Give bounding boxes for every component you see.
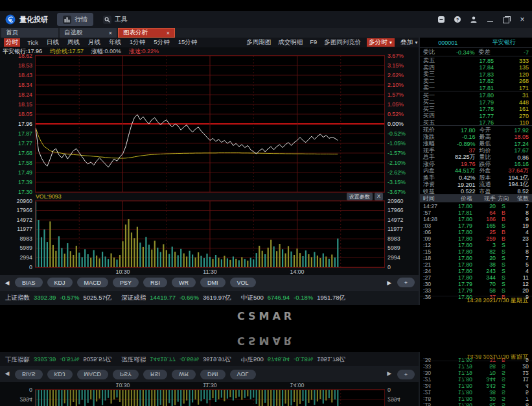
quote-panel: 000001 平安银行 委比 -0.34% 委差 -7 卖五17.85333卖四… xyxy=(419,352,532,406)
indicator-kdj[interactable]: KDJ xyxy=(47,370,73,379)
tape-row: :3017.7970S12 xyxy=(420,281,532,287)
chart-tool-button[interactable]: 多图同列 xyxy=(324,38,349,47)
tape-count: 7 xyxy=(511,396,529,402)
period-button[interactable]: 周线 xyxy=(66,38,81,47)
minimize-button[interactable] xyxy=(485,15,494,24)
ask-row: 卖二17.82268 xyxy=(420,77,532,84)
chart-tool-button[interactable]: 成交明细 xyxy=(278,38,303,47)
close-tab-icon[interactable]: × xyxy=(109,30,112,36)
indicator-dmi[interactable]: DMI xyxy=(200,370,226,379)
indicator-wr[interactable]: WR xyxy=(172,278,196,287)
tape-row: :3317.7958S20 xyxy=(420,287,532,294)
stat-value: 17.67 xyxy=(495,147,529,154)
volume-chart[interactable]: 2096020960179661796614972149721197711977… xyxy=(0,389,419,406)
pct-axis-label: 2.10% xyxy=(387,82,404,88)
period-button[interactable]: 5分钟 xyxy=(152,38,170,47)
indicator-dmi[interactable]: DMI xyxy=(200,278,226,287)
volume-chart[interactable]: 2096020960179661796614972149721197711977… xyxy=(0,200,419,268)
price-chart[interactable]: 18.6218.5318.4318.3418.2418.1518.0517.96… xyxy=(0,55,419,193)
period-button[interactable]: 月线 xyxy=(87,38,102,47)
indicator-rsi[interactable]: RSI xyxy=(143,278,167,287)
tape-direction: S xyxy=(496,402,511,406)
volume-axis-label: 11977 xyxy=(0,226,32,232)
add-indicator-button[interactable]: + xyxy=(397,278,415,287)
tab-1[interactable]: 自选股× xyxy=(60,28,117,38)
level-qty: 270 xyxy=(494,113,529,119)
index-quote[interactable]: 深证成指14419.77-0.66%3619.97亿 xyxy=(121,355,231,364)
index-quote[interactable]: 深证成指14419.77-0.66%3619.97亿 xyxy=(121,294,231,302)
tab-0[interactable]: 首页 xyxy=(1,28,58,38)
tape-row: :2417.80243S4 xyxy=(420,383,532,389)
panel-icon[interactable] xyxy=(437,15,446,24)
tape-qty: 58 xyxy=(472,287,496,294)
period-button[interactable]: 1分钟 xyxy=(128,38,146,47)
chart-tool-button[interactable]: 多分时▼ xyxy=(367,38,395,47)
indicator-bias[interactable]: BIAS xyxy=(15,278,43,287)
price-axis-label: 18.24 xyxy=(0,92,32,98)
user-icon[interactable] xyxy=(469,15,478,24)
close-button[interactable]: × xyxy=(518,15,527,24)
screenshot-stage: 量化投研 行情 工具 ? xyxy=(0,0,532,406)
weicha-value: -7 xyxy=(497,49,529,56)
tape-direction: B xyxy=(496,235,511,242)
scroll-left-icon[interactable]: ◀ xyxy=(4,372,10,378)
period-button[interactable]: 年线 xyxy=(108,38,122,47)
indicator-wr[interactable]: WR xyxy=(172,370,196,379)
tape-qty: 165 xyxy=(472,222,496,229)
scroll-left-icon[interactable]: ◀ xyxy=(4,280,10,286)
scroll-right-icon[interactable]: ▶ xyxy=(386,280,393,286)
indicator-macd[interactable]: MACD xyxy=(77,278,109,287)
tab-2[interactable]: 图表分析× xyxy=(118,28,175,38)
tape-qty: 58 xyxy=(472,363,496,370)
index-pct: -0.66% xyxy=(179,294,199,301)
restore-button[interactable] xyxy=(502,15,511,24)
chart-tool-button[interactable]: 竞价 xyxy=(349,38,361,47)
scroll-right-icon[interactable]: ▶ xyxy=(386,372,393,378)
indicator-rsi[interactable]: RSI xyxy=(143,370,167,379)
index-quote[interactable]: 上证指数3392.39-0.57%5025.57亿 xyxy=(5,355,111,364)
level-qty: 268 xyxy=(494,78,529,84)
stat-value: 17.92 xyxy=(495,127,529,134)
svg-text:?: ? xyxy=(456,17,459,23)
index-quote[interactable]: 中证5006746.94-0.18%1951.78亿 xyxy=(241,355,345,364)
tape-count: 4 xyxy=(511,383,529,389)
indicator-psy[interactable]: PSY xyxy=(113,278,139,287)
indicator-bias[interactable]: BIAS xyxy=(15,370,43,379)
stat-row: 换手0.42%股本194.1亿 xyxy=(420,174,532,181)
chart-tool-button[interactable]: 多周期图 xyxy=(246,38,271,47)
indicator-macd[interactable]: MACD xyxy=(77,370,109,379)
index-value: 3392.39 xyxy=(34,357,56,364)
close-tab-icon[interactable]: × xyxy=(167,30,170,36)
indicator-psy[interactable]: PSY xyxy=(113,370,139,379)
menu-tools[interactable]: 工具 xyxy=(97,13,133,26)
index-quote[interactable]: 中证5006746.94-0.18%1951.78亿 xyxy=(241,294,345,302)
index-name: 深证成指 xyxy=(121,357,146,364)
indicator-vol[interactable]: VOL xyxy=(230,370,256,379)
menu-quotes[interactable]: 行情 xyxy=(57,13,93,26)
period-button[interactable]: 分时 xyxy=(4,38,20,47)
price-plot[interactable] xyxy=(35,55,385,193)
stat-value: 0.86 xyxy=(495,154,529,161)
period-button[interactable]: 日线 xyxy=(45,38,60,47)
tape-rows: 14:2717.8020S7:5717.8164B814:2817.80186B… xyxy=(420,202,532,296)
period-button[interactable]: Tick xyxy=(26,39,40,46)
period-button[interactable]: 15分钟 xyxy=(177,38,199,47)
volume-plot[interactable] xyxy=(35,389,385,406)
indicator-vol[interactable]: VOL xyxy=(230,278,256,287)
settings-params-button[interactable]: 设置参数 xyxy=(347,193,373,200)
chart-tool-button[interactable]: 叠加▼ xyxy=(400,38,418,47)
app-title: 量化投研 xyxy=(19,15,48,25)
indicator-kdj[interactable]: KDJ xyxy=(47,278,73,287)
tape-time: :24 xyxy=(423,383,445,389)
chart-tool-button[interactable]: F9 xyxy=(310,38,317,47)
price-axis-label: 18.15 xyxy=(0,102,32,108)
tape-direction: S xyxy=(496,281,511,287)
volume-plot[interactable] xyxy=(35,200,385,268)
add-indicator-button[interactable]: + xyxy=(397,370,415,379)
help-icon[interactable]: ? xyxy=(453,15,462,24)
level-price: 17.80 xyxy=(443,92,494,99)
index-quote[interactable]: 上证指数3392.39-0.57%5025.57亿 xyxy=(5,294,111,302)
tape-row: 14:2817.80186B9 xyxy=(420,216,532,222)
close-pane-button[interactable]: X xyxy=(375,193,383,200)
tape-direction: B xyxy=(496,216,511,222)
